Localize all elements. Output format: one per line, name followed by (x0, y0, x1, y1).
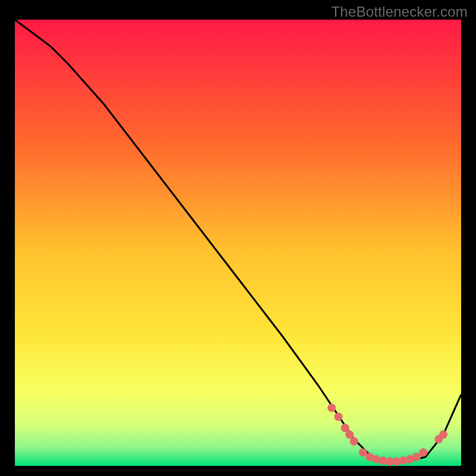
chart-frame: TheBottlenecker.com (0, 0, 476, 476)
highlight-dot (419, 449, 427, 457)
chart-svg (15, 20, 461, 466)
highlight-dot (350, 437, 358, 446)
gradient-background (15, 20, 461, 466)
plot-area (15, 20, 461, 466)
highlight-dot (334, 413, 343, 421)
watermark-text: TheBottlenecker.com (331, 4, 468, 20)
highlight-dot (328, 404, 336, 412)
highlight-dot (439, 431, 447, 439)
